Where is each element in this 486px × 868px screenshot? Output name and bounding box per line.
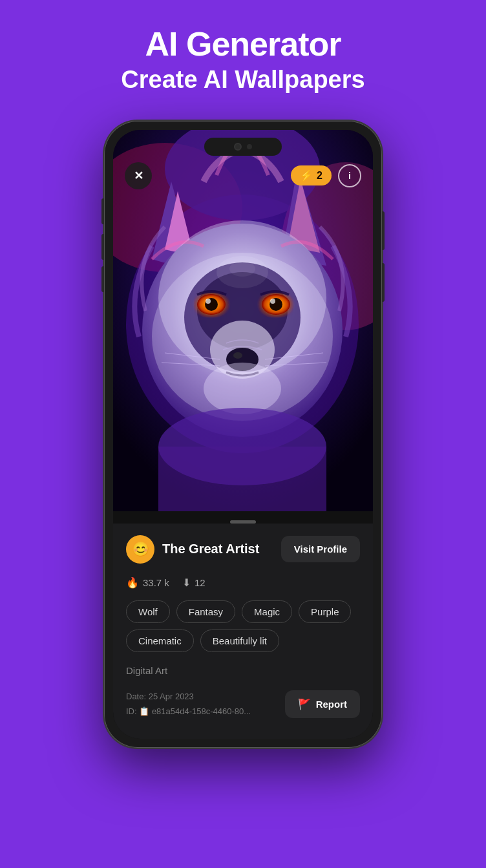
likes-value: 33.7 k bbox=[143, 577, 169, 588]
artist-name: The Great Artist bbox=[162, 542, 259, 556]
copy-icon: 📋 bbox=[139, 706, 152, 716]
lightning-icon: ⚡ bbox=[300, 169, 313, 182]
camera-dot bbox=[234, 143, 242, 151]
info-button[interactable]: i bbox=[338, 164, 361, 187]
artist-row: 😊 The Great Artist Visit Profile bbox=[126, 524, 360, 573]
meta-info: Date: 25 Apr 2023 ID: 📋 e81a54d4-158c-44… bbox=[126, 689, 251, 719]
right-controls: ⚡ 2 i bbox=[291, 164, 361, 187]
close-icon: ✕ bbox=[134, 169, 143, 183]
svg-point-33 bbox=[229, 261, 255, 277]
artist-info: 😊 The Great Artist bbox=[126, 535, 259, 564]
tag-item[interactable]: Purple bbox=[299, 600, 351, 623]
lightning-count: 2 bbox=[317, 170, 322, 182]
lightning-badge[interactable]: ⚡ 2 bbox=[291, 165, 332, 185]
visit-profile-button[interactable]: Visit Profile bbox=[281, 536, 360, 562]
downloads-stat: ⬇ 12 bbox=[182, 577, 206, 589]
phone-wrapper: ✕ ⚡ 2 i bbox=[104, 121, 382, 748]
tags-container: WolfFantasyMagicPurpleCinematicBeautiful… bbox=[126, 598, 360, 659]
meta-row: Date: 25 Apr 2023 ID: 📋 e81a54d4-158c-44… bbox=[126, 680, 360, 719]
info-icon: i bbox=[348, 171, 351, 181]
id-line: ID: 📋 e81a54d4-158c-4460-80... bbox=[126, 704, 251, 719]
report-label: Report bbox=[316, 699, 347, 710]
image-controls: ✕ ⚡ 2 i bbox=[113, 162, 373, 189]
id-label: ID: bbox=[126, 706, 137, 716]
phone-screen: ✕ ⚡ 2 i bbox=[113, 130, 373, 739]
svg-point-24 bbox=[233, 352, 242, 359]
date-value: 25 Apr 2023 bbox=[149, 692, 194, 701]
tag-item[interactable]: Fantasy bbox=[176, 600, 235, 623]
close-button[interactable]: ✕ bbox=[125, 162, 152, 189]
tag-item[interactable]: Magic bbox=[242, 600, 292, 623]
sensor-dot bbox=[247, 144, 252, 149]
download-icon: ⬇ bbox=[182, 577, 191, 589]
tag-item[interactable]: Cinematic bbox=[126, 630, 194, 652]
flag-icon: 🚩 bbox=[298, 698, 311, 710]
header-section: AI Generator Create AI Wallpapers bbox=[108, 0, 377, 114]
phone-frame: ✕ ⚡ 2 i bbox=[104, 121, 382, 748]
likes-stat: 🔥 33.7 k bbox=[126, 577, 169, 589]
category-label: Digital Art bbox=[126, 659, 360, 680]
svg-point-17 bbox=[206, 299, 211, 304]
date-line: Date: 25 Apr 2023 bbox=[126, 689, 251, 704]
phone-notch bbox=[204, 138, 282, 156]
avatar: 😊 bbox=[126, 535, 154, 564]
report-button[interactable]: 🚩 Report bbox=[285, 690, 360, 718]
sub-title: Create AI Wallpapers bbox=[121, 65, 364, 95]
date-label: Date: bbox=[126, 692, 146, 701]
tag-item[interactable]: Wolf bbox=[126, 600, 170, 623]
stats-row: 🔥 33.7 k ⬇ 12 bbox=[126, 573, 360, 598]
fire-icon: 🔥 bbox=[126, 577, 139, 589]
bottom-panel: 😊 The Great Artist Visit Profile 🔥 33.7 … bbox=[113, 524, 373, 739]
downloads-value: 12 bbox=[195, 577, 206, 588]
svg-rect-31 bbox=[158, 447, 326, 511]
wolf-image: ✕ ⚡ 2 i bbox=[113, 130, 373, 511]
svg-point-29 bbox=[204, 363, 281, 414]
main-title: AI Generator bbox=[121, 26, 364, 63]
id-value: e81a54d4-158c-4460-80... bbox=[152, 706, 251, 716]
svg-point-21 bbox=[270, 299, 275, 304]
tag-item[interactable]: Beautifully lit bbox=[200, 630, 279, 652]
avatar-emoji: 😊 bbox=[132, 541, 149, 558]
